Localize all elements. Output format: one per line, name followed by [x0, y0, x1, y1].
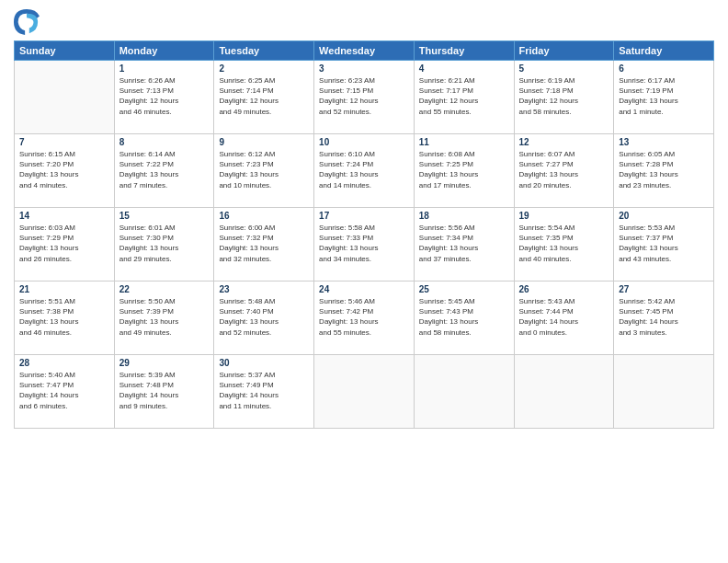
calendar-cell: 14Sunrise: 6:03 AM Sunset: 7:29 PM Dayli… — [15, 208, 115, 282]
day-number: 18 — [419, 211, 509, 221]
calendar-cell: 18Sunrise: 5:56 AM Sunset: 7:34 PM Dayli… — [414, 208, 514, 282]
day-header-friday: Friday — [514, 41, 614, 61]
calendar-cell: 30Sunrise: 5:37 AM Sunset: 7:49 PM Dayli… — [214, 355, 314, 429]
calendar-cell: 15Sunrise: 6:01 AM Sunset: 7:30 PM Dayli… — [114, 208, 214, 282]
day-number: 26 — [519, 284, 609, 294]
logo-icon — [14, 9, 40, 35]
day-info: Sunrise: 6:12 AM Sunset: 7:23 PM Dayligh… — [219, 149, 309, 190]
calendar-cell: 16Sunrise: 6:00 AM Sunset: 7:32 PM Dayli… — [214, 208, 314, 282]
day-number: 15 — [119, 211, 210, 221]
day-number: 9 — [219, 137, 309, 147]
calendar-cell: 10Sunrise: 6:10 AM Sunset: 7:24 PM Dayli… — [314, 134, 415, 208]
calendar-cell: 6Sunrise: 6:17 AM Sunset: 7:19 PM Daylig… — [614, 61, 714, 134]
week-row-2: 14Sunrise: 6:03 AM Sunset: 7:29 PM Dayli… — [15, 208, 714, 282]
day-number: 28 — [19, 358, 109, 368]
day-number: 11 — [419, 137, 509, 147]
day-info: Sunrise: 6:17 AM Sunset: 7:19 PM Dayligh… — [619, 75, 709, 117]
calendar-cell — [514, 355, 614, 429]
day-number: 24 — [319, 284, 409, 294]
day-number: 21 — [19, 284, 109, 294]
day-header-saturday: Saturday — [614, 41, 714, 61]
calendar-body: 1Sunrise: 6:26 AM Sunset: 7:13 PM Daylig… — [15, 61, 714, 429]
day-info: Sunrise: 6:08 AM Sunset: 7:25 PM Dayligh… — [419, 149, 509, 190]
day-number: 8 — [119, 137, 210, 147]
day-number: 6 — [619, 63, 709, 74]
day-info: Sunrise: 6:19 AM Sunset: 7:18 PM Dayligh… — [519, 75, 609, 117]
day-number: 17 — [319, 211, 409, 221]
day-number: 5 — [519, 63, 609, 74]
day-info: Sunrise: 6:01 AM Sunset: 7:30 PM Dayligh… — [119, 223, 210, 264]
day-info: Sunrise: 6:05 AM Sunset: 7:28 PM Dayligh… — [619, 149, 709, 190]
calendar-cell — [614, 355, 714, 429]
day-info: Sunrise: 5:46 AM Sunset: 7:42 PM Dayligh… — [319, 296, 409, 338]
calendar-cell: 22Sunrise: 5:50 AM Sunset: 7:39 PM Dayli… — [114, 282, 214, 355]
day-info: Sunrise: 6:15 AM Sunset: 7:20 PM Dayligh… — [19, 149, 109, 190]
calendar-cell: 19Sunrise: 5:54 AM Sunset: 7:35 PM Dayli… — [514, 208, 614, 282]
day-info: Sunrise: 5:56 AM Sunset: 7:34 PM Dayligh… — [419, 223, 509, 264]
calendar-cell: 28Sunrise: 5:40 AM Sunset: 7:47 PM Dayli… — [15, 355, 115, 429]
day-info: Sunrise: 5:45 AM Sunset: 7:43 PM Dayligh… — [419, 296, 509, 338]
calendar-cell: 23Sunrise: 5:48 AM Sunset: 7:40 PM Dayli… — [214, 282, 314, 355]
calendar-cell — [414, 355, 514, 429]
calendar-cell: 8Sunrise: 6:14 AM Sunset: 7:22 PM Daylig… — [114, 134, 214, 208]
day-info: Sunrise: 5:40 AM Sunset: 7:47 PM Dayligh… — [19, 370, 109, 411]
calendar-cell — [15, 61, 115, 134]
calendar-cell: 26Sunrise: 5:43 AM Sunset: 7:44 PM Dayli… — [514, 282, 614, 355]
day-info: Sunrise: 5:58 AM Sunset: 7:33 PM Dayligh… — [319, 223, 409, 264]
day-info: Sunrise: 5:50 AM Sunset: 7:39 PM Dayligh… — [119, 296, 210, 338]
calendar-cell: 25Sunrise: 5:45 AM Sunset: 7:43 PM Dayli… — [414, 282, 514, 355]
day-header-monday: Monday — [114, 41, 214, 61]
day-number: 2 — [219, 63, 309, 74]
day-number: 1 — [119, 63, 210, 74]
day-info: Sunrise: 5:43 AM Sunset: 7:44 PM Dayligh… — [519, 296, 609, 338]
day-info: Sunrise: 6:25 AM Sunset: 7:14 PM Dayligh… — [219, 75, 309, 117]
header-row: SundayMondayTuesdayWednesdayThursdayFrid… — [15, 41, 714, 61]
day-info: Sunrise: 6:26 AM Sunset: 7:13 PM Dayligh… — [119, 75, 210, 117]
calendar-cell: 27Sunrise: 5:42 AM Sunset: 7:45 PM Dayli… — [614, 282, 714, 355]
calendar-header: SundayMondayTuesdayWednesdayThursdayFrid… — [15, 41, 714, 61]
day-info: Sunrise: 5:53 AM Sunset: 7:37 PM Dayligh… — [619, 223, 709, 264]
calendar-cell: 24Sunrise: 5:46 AM Sunset: 7:42 PM Dayli… — [314, 282, 415, 355]
calendar-table: SundayMondayTuesdayWednesdayThursdayFrid… — [14, 40, 714, 429]
calendar-cell: 9Sunrise: 6:12 AM Sunset: 7:23 PM Daylig… — [214, 134, 314, 208]
day-info: Sunrise: 5:51 AM Sunset: 7:38 PM Dayligh… — [19, 296, 109, 338]
calendar-cell: 21Sunrise: 5:51 AM Sunset: 7:38 PM Dayli… — [15, 282, 115, 355]
day-number: 27 — [619, 284, 709, 294]
header — [14, 9, 714, 35]
day-number: 25 — [419, 284, 509, 294]
calendar-cell: 20Sunrise: 5:53 AM Sunset: 7:37 PM Dayli… — [614, 208, 714, 282]
calendar-cell — [314, 355, 415, 429]
day-info: Sunrise: 5:54 AM Sunset: 7:35 PM Dayligh… — [519, 223, 609, 264]
week-row-3: 21Sunrise: 5:51 AM Sunset: 7:38 PM Dayli… — [15, 282, 714, 355]
day-number: 7 — [19, 137, 109, 147]
calendar-cell: 12Sunrise: 6:07 AM Sunset: 7:27 PM Dayli… — [514, 134, 614, 208]
calendar-cell: 1Sunrise: 6:26 AM Sunset: 7:13 PM Daylig… — [114, 61, 214, 134]
day-info: Sunrise: 6:23 AM Sunset: 7:15 PM Dayligh… — [319, 75, 409, 117]
calendar-cell: 17Sunrise: 5:58 AM Sunset: 7:33 PM Dayli… — [314, 208, 415, 282]
day-info: Sunrise: 6:00 AM Sunset: 7:32 PM Dayligh… — [219, 223, 309, 264]
day-info: Sunrise: 5:48 AM Sunset: 7:40 PM Dayligh… — [219, 296, 309, 338]
logo — [14, 9, 43, 35]
day-number: 20 — [619, 211, 709, 221]
day-info: Sunrise: 6:21 AM Sunset: 7:17 PM Dayligh… — [419, 75, 509, 117]
day-number: 19 — [519, 211, 609, 221]
week-row-1: 7Sunrise: 6:15 AM Sunset: 7:20 PM Daylig… — [15, 134, 714, 208]
day-header-thursday: Thursday — [414, 41, 514, 61]
day-header-sunday: Sunday — [15, 41, 115, 61]
day-number: 4 — [419, 63, 509, 74]
day-info: Sunrise: 5:42 AM Sunset: 7:45 PM Dayligh… — [619, 296, 709, 338]
page: SundayMondayTuesdayWednesdayThursdayFrid… — [0, 0, 728, 563]
day-number: 16 — [219, 211, 309, 221]
day-number: 10 — [319, 137, 409, 147]
day-number: 14 — [19, 211, 109, 221]
day-info: Sunrise: 5:37 AM Sunset: 7:49 PM Dayligh… — [219, 370, 309, 411]
day-info: Sunrise: 5:39 AM Sunset: 7:48 PM Dayligh… — [119, 370, 210, 411]
calendar-cell: 11Sunrise: 6:08 AM Sunset: 7:25 PM Dayli… — [414, 134, 514, 208]
calendar-cell: 2Sunrise: 6:25 AM Sunset: 7:14 PM Daylig… — [214, 61, 314, 134]
calendar-cell: 3Sunrise: 6:23 AM Sunset: 7:15 PM Daylig… — [314, 61, 415, 134]
week-row-4: 28Sunrise: 5:40 AM Sunset: 7:47 PM Dayli… — [15, 355, 714, 429]
calendar-cell: 13Sunrise: 6:05 AM Sunset: 7:28 PM Dayli… — [614, 134, 714, 208]
calendar-cell: 4Sunrise: 6:21 AM Sunset: 7:17 PM Daylig… — [414, 61, 514, 134]
day-info: Sunrise: 6:07 AM Sunset: 7:27 PM Dayligh… — [519, 149, 609, 190]
day-info: Sunrise: 6:03 AM Sunset: 7:29 PM Dayligh… — [19, 223, 109, 264]
